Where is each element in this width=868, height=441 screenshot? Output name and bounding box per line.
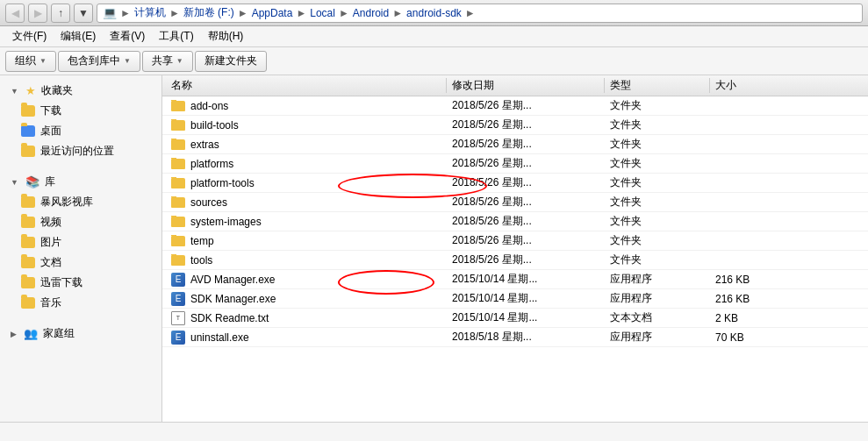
sidebar-item-documents[interactable]: 文档 (0, 253, 161, 273)
sidebar-item-video[interactable]: 视频 (0, 212, 161, 232)
table-row[interactable]: E SDK Manager.exe 2015/10/14 星期... 应用程序 … (162, 289, 868, 309)
file-name-cell: sources (166, 196, 447, 209)
address-bar[interactable]: 💻 ► 计算机 ► 新加卷 (F:) ► AppData ► Local ► A… (97, 4, 863, 23)
file-date: 2018/5/26 星期... (447, 253, 605, 267)
star-icon: ★ (25, 84, 36, 97)
documents-folder-icon (21, 257, 35, 268)
main-area: ▼ ★ 收藏夹 下载 桌面 最近访问的位置 ▼ 📚 库 (0, 75, 868, 422)
xunlei-label: 迅雷下载 (40, 275, 82, 290)
file-name-cell: E uninstall.exe (166, 331, 447, 345)
table-row[interactable]: platform-tools 2018/5/26 星期... 文件夹 (162, 174, 868, 193)
new-folder-button[interactable]: 新建文件夹 (195, 51, 267, 72)
sidebar-item-pictures[interactable]: 图片 (0, 232, 161, 253)
include-library-label: 包含到库中 (68, 53, 120, 68)
sidebar-homegroup-header[interactable]: ▶ 👥 家庭组 (0, 324, 161, 344)
file-name: uninstall.exe (190, 331, 249, 344)
sidebar: ▼ ★ 收藏夹 下载 桌面 最近访问的位置 ▼ 📚 库 (0, 75, 162, 422)
file-name: AVD Manager.exe (190, 274, 276, 286)
header-name[interactable]: 名称 (166, 78, 447, 93)
table-row[interactable]: extras 2018/5/26 星期... 文件夹 (162, 135, 868, 154)
path-drive[interactable]: 新加卷 (F:) (183, 5, 234, 20)
header-date[interactable]: 修改日期 (447, 78, 605, 93)
file-name: tools (190, 254, 212, 267)
file-date: 2015/10/14 星期... (447, 272, 605, 287)
library-label: 库 (45, 174, 55, 189)
folder-icon (171, 159, 185, 169)
sidebar-item-downloads[interactable]: 下载 (0, 101, 161, 121)
table-row[interactable]: E uninstall.exe 2018/5/18 星期... 应用程序 70 … (162, 328, 868, 347)
file-date: 2018/5/26 星期... (447, 117, 605, 132)
sidebar-item-music[interactable]: 音乐 (0, 293, 161, 313)
table-row[interactable]: add-ons 2018/5/26 星期... 文件夹 (162, 96, 868, 116)
sidebar-item-storm[interactable]: 暴风影视库 (0, 192, 161, 212)
path-appdata[interactable]: AppData (252, 7, 293, 19)
menu-edit[interactable]: 编辑(E) (54, 27, 103, 46)
documents-label: 文档 (40, 255, 61, 270)
favorites-label: 收藏夹 (41, 83, 73, 98)
path-computer[interactable]: 计算机 (134, 5, 166, 20)
forward-button[interactable]: ▶ (28, 4, 47, 23)
file-rows-container: add-ons 2018/5/26 星期... 文件夹 build-tools … (162, 96, 868, 347)
status-bar (0, 422, 868, 441)
menu-bar: 文件(F) 编辑(E) 查看(V) 工具(T) 帮助(H) (0, 26, 868, 47)
exe-icon: E (171, 292, 185, 306)
menu-tools[interactable]: 工具(T) (152, 27, 200, 46)
table-row[interactable]: tools 2018/5/26 星期... 文件夹 (162, 251, 868, 270)
table-row[interactable]: temp 2018/5/26 星期... 文件夹 (162, 231, 868, 251)
back-button[interactable]: ◀ (5, 4, 25, 23)
path-local[interactable]: Local (310, 7, 335, 19)
file-name: SDK Readme.txt (190, 312, 269, 324)
path-android[interactable]: Android (353, 7, 389, 19)
title-bar: ◀ ▶ ↑ ▼ 💻 ► 计算机 ► 新加卷 (F:) ► AppData ► L… (0, 0, 868, 26)
header-size[interactable]: 大小 (710, 78, 798, 93)
sidebar-favorites-header[interactable]: ▼ ★ 收藏夹 (0, 81, 161, 101)
file-name-cell: platforms (166, 158, 447, 170)
file-name-cell: system-images (166, 216, 447, 228)
table-row[interactable]: T SDK Readme.txt 2015/10/14 星期... 文本文档 2… (162, 309, 868, 328)
file-type: 文件夹 (605, 156, 710, 171)
file-date: 2018/5/26 星期... (447, 137, 605, 152)
file-name-cell: tools (166, 254, 447, 267)
path-android-sdk[interactable]: android-sdk (406, 7, 462, 19)
file-name-cell: T SDK Readme.txt (166, 311, 447, 325)
table-row[interactable]: build-tools 2018/5/26 星期... 文件夹 (162, 116, 868, 135)
file-date: 2015/10/14 星期... (447, 291, 605, 306)
organize-button[interactable]: 组织 ▼ (5, 51, 56, 72)
menu-view[interactable]: 查看(V) (103, 27, 152, 46)
file-name-cell: E SDK Manager.exe (166, 292, 447, 306)
file-name: system-images (190, 216, 262, 228)
sidebar-library-header[interactable]: ▼ 📚 库 (0, 172, 161, 192)
library-section: ▼ 📚 库 暴风影视库 视频 图片 文档 迅雷下载 (0, 172, 161, 313)
desktop-folder-icon (21, 125, 35, 137)
file-type: 文本文档 (605, 310, 710, 325)
table-row[interactable]: platforms 2018/5/26 星期... 文件夹 (162, 154, 868, 174)
homegroup-section: ▶ 👥 家庭组 (0, 324, 161, 344)
file-type: 文件夹 (605, 137, 710, 152)
folder-icon (171, 178, 185, 188)
sidebar-item-desktop[interactable]: 桌面 (0, 121, 161, 141)
recent-locations-button[interactable]: ▼ (74, 4, 93, 23)
up-button[interactable]: ↑ (51, 4, 70, 23)
recent-label: 最近访问的位置 (40, 144, 114, 159)
file-date: 2015/10/14 星期... (447, 310, 605, 325)
share-button[interactable]: 共享 ▼ (142, 51, 193, 72)
header-type[interactable]: 类型 (605, 78, 710, 93)
file-date: 2018/5/26 星期... (447, 175, 605, 190)
table-row[interactable]: system-images 2018/5/26 星期... 文件夹 (162, 212, 868, 231)
folder-icon (171, 120, 185, 131)
share-arrow: ▼ (176, 57, 183, 65)
table-row[interactable]: E AVD Manager.exe 2015/10/14 星期... 应用程序 … (162, 270, 868, 289)
exe-icon: E (171, 273, 185, 287)
sidebar-item-recent[interactable]: 最近访问的位置 (0, 141, 161, 161)
table-row[interactable]: sources 2018/5/26 星期... 文件夹 (162, 193, 868, 212)
file-name: platforms (190, 158, 233, 170)
library-arrow: ▼ (124, 57, 131, 65)
computer-icon: 💻 (103, 6, 117, 19)
menu-file[interactable]: 文件(F) (5, 27, 54, 46)
include-library-button[interactable]: 包含到库中 ▼ (58, 51, 140, 72)
txt-icon: T (171, 311, 185, 325)
folder-icon (171, 255, 185, 266)
sidebar-item-xunlei[interactable]: 迅雷下载 (0, 273, 161, 293)
favorites-section: ▼ ★ 收藏夹 下载 桌面 最近访问的位置 (0, 81, 161, 161)
menu-help[interactable]: 帮助(H) (201, 27, 251, 46)
